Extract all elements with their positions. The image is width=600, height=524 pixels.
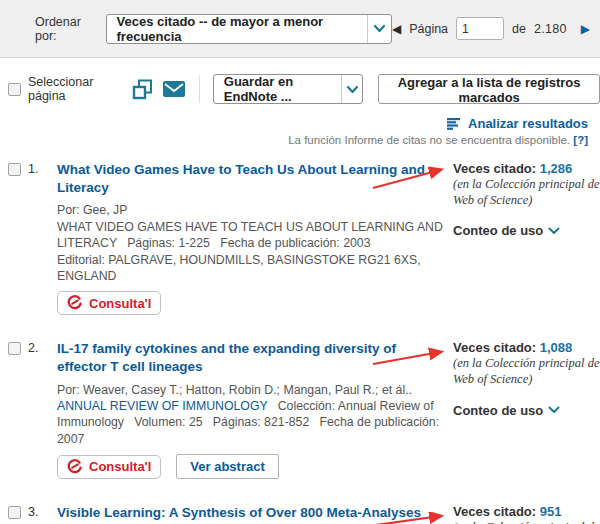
- result-item-2: 2. IL-17 family cytokines and the expand…: [0, 340, 600, 479]
- toolbar-divider: [199, 75, 200, 103]
- sort-bar: Ordenar por: Veces citado -- de mayor a …: [0, 0, 600, 58]
- analyze-results-link[interactable]: Analizar resultados: [468, 116, 588, 131]
- result-source: WHAT VIDEO GAMES HAVE TO TEACH US ABOUT …: [57, 219, 449, 252]
- chevron-down-icon: [548, 406, 560, 414]
- cited-label: Veces citado:: [453, 504, 536, 519]
- cited-label: Veces citado:: [453, 340, 536, 355]
- previous-page-icon[interactable]: ◀: [392, 22, 401, 36]
- result-editorial: Editorial: PALGRAVE, HOUNDMILLS, BASINGS…: [57, 252, 449, 285]
- sort-order-select[interactable]: Veces citado -- de mayor a menor frecuen…: [106, 14, 392, 44]
- result-number: 1.: [28, 161, 57, 315]
- usage-count-label: Conteo de uso: [453, 403, 543, 418]
- cited-count-link[interactable]: 951: [540, 504, 562, 519]
- result-item-3: 3. Visible Learning: A Synthesis of Over…: [0, 504, 600, 524]
- collection-note: (en la Colección principal de Web of Sci…: [453, 356, 600, 387]
- select-page-label: Seleccionar página: [28, 75, 112, 103]
- consult-button-label: Consulta'l: [89, 296, 151, 311]
- result-title-link[interactable]: What Video Games Have to Teach Us About …: [57, 161, 439, 196]
- consult-button[interactable]: Consulta'l: [57, 455, 161, 479]
- sort-by-label: Ordenar por:: [35, 15, 98, 43]
- result-authors: Por: Gee, JP: [57, 202, 449, 218]
- total-pages: 2.180: [534, 22, 567, 36]
- page-of-label: de: [512, 22, 526, 36]
- result-number: 2.: [28, 340, 57, 479]
- collection-note: (en la Colección principal de Web of Sci…: [453, 520, 600, 524]
- pagination: ◀ Página de 2.180 ▶: [392, 17, 590, 40]
- usage-count-toggle[interactable]: Conteo de uso: [453, 223, 600, 238]
- citation-note-text: La función Informe de citas no se encuen…: [288, 134, 570, 146]
- result-2-checkbox[interactable]: [8, 342, 21, 355]
- envelope-icon: [163, 81, 185, 97]
- sfx-link-icon: [67, 295, 83, 311]
- page-number-input[interactable]: [456, 17, 504, 40]
- result-title-link[interactable]: IL-17 family cytokines and the expanding…: [57, 340, 439, 375]
- save-to-endnote-label: Guardar en EndNote ...: [214, 75, 342, 103]
- chevron-down-icon: [548, 227, 560, 235]
- result-source: ANNUAL REVIEW OF IMMUNOLOGY Colección: A…: [57, 398, 449, 447]
- result-title-link[interactable]: Visible Learning: A Synthesis of Over 80…: [57, 504, 439, 524]
- result-authors: Por: Weaver, Casey T.; Hatton, Robin D.;…: [57, 382, 449, 398]
- sort-order-selected-value: Veces citado -- de mayor a menor frecuen…: [107, 15, 368, 43]
- result-item-1: 1. What Video Games Have to Teach Us Abo…: [0, 161, 600, 315]
- next-page-icon[interactable]: ▶: [581, 22, 590, 36]
- chevron-down-icon: [341, 75, 362, 103]
- consult-button[interactable]: Consulta'l: [57, 291, 161, 315]
- result-number: 3.: [28, 504, 57, 524]
- add-to-marked-list-button[interactable]: Agregar a la lista de registros marcados: [378, 74, 600, 104]
- help-link[interactable]: [?]: [573, 134, 588, 146]
- cited-count-link[interactable]: 1,286: [540, 161, 573, 176]
- printer-icon: [132, 79, 153, 100]
- usage-count-toggle[interactable]: Conteo de uso: [453, 403, 600, 418]
- result-3-checkbox[interactable]: [8, 506, 21, 519]
- select-page-checkbox[interactable]: [8, 83, 21, 96]
- analyze-bars-icon: [447, 118, 461, 130]
- email-button[interactable]: [163, 81, 185, 97]
- citation-report-note: La función Informe de citas no se encuen…: [8, 134, 600, 146]
- result-1-checkbox[interactable]: [8, 163, 21, 176]
- cited-count-link[interactable]: 1,088: [540, 340, 573, 355]
- print-button[interactable]: [132, 79, 153, 100]
- consult-button-label: Consulta'l: [89, 459, 151, 474]
- view-abstract-button[interactable]: Ver abstract: [176, 454, 278, 479]
- collection-note: (en la Colección principal de Web of Sci…: [453, 177, 600, 208]
- results-list: 1. What Video Games Have to Teach Us Abo…: [0, 161, 600, 524]
- cited-label: Veces citado:: [453, 161, 536, 176]
- usage-count-label: Conteo de uso: [453, 223, 543, 238]
- sfx-link-icon: [67, 459, 83, 475]
- save-to-endnote-select[interactable]: Guardar en EndNote ...: [213, 74, 363, 104]
- journal-link[interactable]: ANNUAL REVIEW OF IMMUNOLOGY: [57, 399, 267, 413]
- results-toolbar: Seleccionar página Guardar en EndNote ..…: [0, 58, 600, 146]
- chevron-down-icon: [367, 15, 391, 43]
- page-label: Página: [409, 22, 448, 36]
